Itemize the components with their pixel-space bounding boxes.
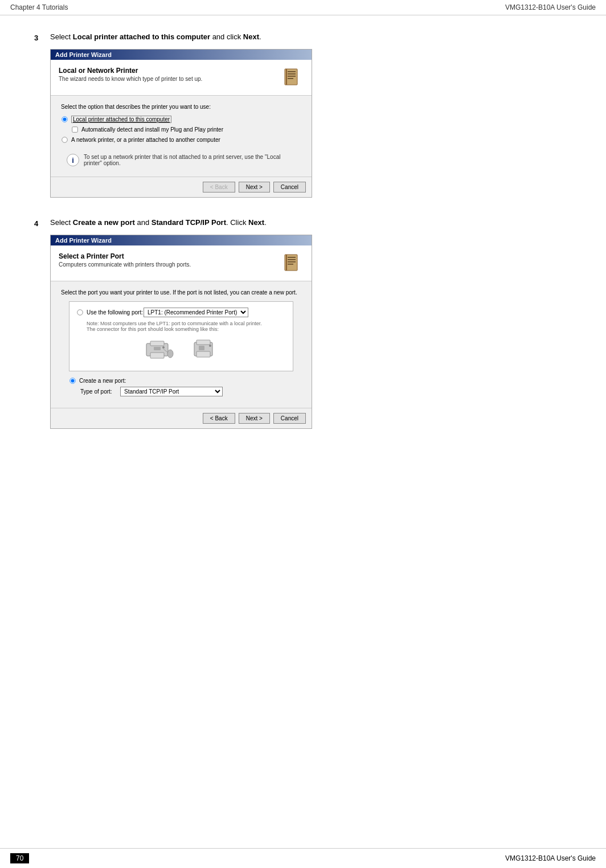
- svg-point-17: [167, 350, 173, 358]
- wizard-1-body: Local or Network Printer The wizard need…: [51, 60, 312, 197]
- wizard-2-next-button[interactable]: Next >: [239, 413, 270, 424]
- checkbox-autodetect-label: Automatically detect and install my Plug…: [81, 126, 223, 133]
- svg-rect-10: [288, 261, 296, 263]
- wizard-1-option-local: Local printer attached to this computer: [61, 116, 301, 123]
- wizard-2-footer: < Back Next > Cancel: [51, 408, 312, 428]
- radio-local-label: Local printer attached to this computer: [71, 116, 171, 122]
- step4-bold2: Standard TCP/IP Port: [152, 218, 226, 227]
- page-footer: 70 VMG1312-B10A User's Guide: [0, 848, 606, 868]
- wizard-1-header-text: Local or Network Printer The wizard need…: [59, 67, 202, 82]
- use-port-section: Use the following port: LPT1: (Recommend…: [69, 301, 293, 371]
- wizard-2-header-desc: Computers communicate with printers thro…: [59, 261, 191, 268]
- step3-text-after: .: [259, 32, 261, 41]
- svg-rect-20: [196, 340, 210, 345]
- svg-rect-1: [286, 69, 287, 85]
- wizard-1: Add Printer Wizard Local or Network Prin…: [50, 49, 312, 198]
- wizard-1-option-network: A network printer, or a printer attached…: [61, 136, 301, 144]
- step3-bold1: Local printer attached to this computer: [73, 32, 210, 41]
- svg-rect-15: [154, 347, 161, 350]
- page-number: 70: [10, 853, 29, 863]
- radio-create-port[interactable]: [69, 378, 75, 383]
- step4-text-middle: and: [135, 218, 152, 227]
- printer-images: [76, 337, 286, 361]
- wizard-2-title: Add Printer Wizard: [55, 237, 112, 244]
- step3-text-middle: and click: [210, 32, 243, 41]
- step-4-block: 4 Select Create a new port and Standard …: [34, 218, 572, 429]
- step3-text-before: Select: [50, 32, 73, 41]
- port-note: Note: Most computers use the LPT1: port …: [87, 321, 286, 332]
- checkbox-autodetect[interactable]: [72, 126, 77, 132]
- wizard-1-next-button[interactable]: Next >: [239, 182, 270, 193]
- svg-point-23: [209, 345, 211, 347]
- wizard-2-titlebar: Add Printer Wizard: [51, 235, 312, 245]
- use-port-label: Use the following port:: [87, 309, 144, 316]
- wizard-1-infobox: i To set up a network printer that is no…: [61, 149, 301, 171]
- wizard-1-titlebar: Add Printer Wizard: [51, 50, 312, 60]
- wizard-2-header: Select a Printer Port Computers communic…: [51, 245, 312, 281]
- type-of-port-select[interactable]: Standard TCP/IP Port: [120, 387, 223, 396]
- page-content: 3 Select Local printer attached to this …: [0, 15, 606, 484]
- svg-rect-7: [286, 255, 287, 271]
- type-of-port-row: Type of port: Standard TCP/IP Port: [69, 387, 293, 396]
- printer-icon-1: [144, 337, 175, 361]
- create-port-section: Create a new port: Type of port: Standar…: [69, 377, 293, 396]
- wizard-1-info-text: To set up a network printer that is not …: [84, 154, 296, 166]
- step4-text-end: .: [264, 218, 267, 227]
- wizard-1-header-title: Local or Network Printer: [59, 67, 202, 75]
- use-port-row: Use the following port: LPT1: (Recommend…: [76, 308, 286, 317]
- create-port-label: Create a new port:: [79, 378, 126, 384]
- svg-rect-11: [288, 264, 293, 265]
- step4-bold3: Next: [248, 218, 264, 227]
- step-3-block: 3 Select Local printer attached to this …: [34, 32, 572, 198]
- wizard-1-select-label: Select the option that describes the pri…: [61, 104, 301, 110]
- step4-text-before: Select: [50, 218, 73, 227]
- wizard-1-header-desc: The wizard needs to know which type of p…: [59, 76, 202, 82]
- wizard-2-header-text: Select a Printer Port Computers communic…: [59, 252, 191, 268]
- svg-rect-9: [288, 259, 296, 260]
- step-4-number: 4: [34, 218, 50, 228]
- svg-rect-21: [196, 351, 210, 357]
- printer-icon-2: [192, 337, 219, 361]
- wizard-2-body: Select a Printer Port Computers communic…: [51, 245, 312, 428]
- radio-use-port[interactable]: [77, 309, 83, 315]
- port-select-dropdown[interactable]: LPT1: (Recommended Printer Port): [144, 308, 248, 317]
- guide-title-footer: VMG1312-B10A User's Guide: [505, 854, 596, 862]
- wizard-1-cancel-button[interactable]: Cancel: [273, 182, 306, 193]
- create-port-radio-row: Create a new port:: [69, 377, 293, 384]
- svg-rect-14: [150, 353, 164, 358]
- step-3-text: Select Local printer attached to this co…: [50, 32, 572, 198]
- wizard-2-book-icon: [282, 252, 304, 274]
- wizard-2: Add Printer Wizard Select a Printer Port…: [50, 235, 312, 429]
- svg-rect-4: [288, 76, 296, 77]
- wizard-2-back-button[interactable]: < Back: [203, 413, 235, 424]
- page-header: Chapter 4 Tutorials VMG1312-B10A User's …: [0, 0, 606, 15]
- chapter-title: Chapter 4 Tutorials: [10, 3, 68, 11]
- radio-network-printer[interactable]: [62, 137, 67, 142]
- wizard-2-select-label: Select the port you want your printer to…: [61, 289, 301, 296]
- wizard-1-header: Local or Network Printer The wizard need…: [51, 60, 312, 96]
- step4-text-after: . Click: [226, 218, 248, 227]
- step-4-text: Select Create a new port and Standard TC…: [50, 218, 572, 429]
- svg-rect-8: [288, 257, 296, 258]
- wizard-1-title: Add Printer Wizard: [55, 51, 112, 58]
- svg-rect-13: [150, 341, 164, 346]
- radio-local-printer[interactable]: [62, 116, 67, 122]
- step4-bold1: Create a new port: [73, 218, 135, 227]
- wizard-2-cancel-button[interactable]: Cancel: [273, 413, 306, 424]
- type-of-port-label: Type of port:: [69, 388, 120, 395]
- svg-rect-5: [288, 78, 293, 79]
- radio-network-label: A network printer, or a printer attached…: [71, 137, 220, 143]
- wizard-2-main: Select the port you want your printer to…: [51, 281, 312, 408]
- wizard-2-header-title: Select a Printer Port: [59, 252, 191, 260]
- svg-rect-22: [199, 346, 204, 350]
- wizard-1-footer: < Back Next > Cancel: [51, 177, 312, 197]
- svg-rect-3: [288, 73, 296, 75]
- wizard-1-back-button[interactable]: < Back: [203, 182, 235, 193]
- wizard-1-option-autodetect: Automatically detect and install my Plug…: [71, 126, 301, 133]
- wizard-1-book-icon: [282, 67, 304, 88]
- svg-rect-2: [288, 71, 296, 72]
- info-icon: i: [67, 154, 79, 166]
- wizard-1-main: Select the option that describes the pri…: [51, 96, 312, 177]
- guide-title-header: VMG1312-B10A User's Guide: [505, 3, 596, 11]
- step3-bold2: Next: [243, 32, 259, 41]
